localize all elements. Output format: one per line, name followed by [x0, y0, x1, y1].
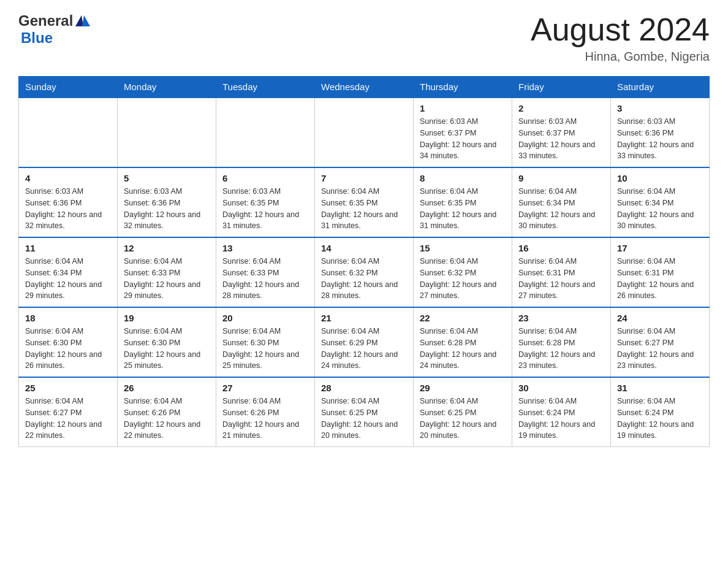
- calendar-cell: 28Sunrise: 6:04 AM Sunset: 6:25 PM Dayli…: [315, 377, 414, 447]
- weekday-header-thursday: Thursday: [414, 77, 512, 98]
- weekday-header-saturday: Saturday: [611, 77, 710, 98]
- day-info: Sunrise: 6:04 AM Sunset: 6:30 PM Dayligh…: [124, 326, 210, 372]
- calendar-cell: 1Sunrise: 6:03 AM Sunset: 6:37 PM Daylig…: [414, 98, 512, 167]
- calendar-table: SundayMondayTuesdayWednesdayThursdayFrid…: [18, 76, 710, 447]
- day-info: Sunrise: 6:03 AM Sunset: 6:36 PM Dayligh…: [617, 116, 703, 162]
- day-info: Sunrise: 6:04 AM Sunset: 6:34 PM Dayligh…: [25, 256, 111, 302]
- calendar-cell: 21Sunrise: 6:04 AM Sunset: 6:29 PM Dayli…: [315, 307, 414, 377]
- day-info: Sunrise: 6:04 AM Sunset: 6:32 PM Dayligh…: [420, 256, 506, 302]
- calendar-cell: 15Sunrise: 6:04 AM Sunset: 6:32 PM Dayli…: [414, 237, 512, 307]
- calendar-title: August 2024: [531, 12, 710, 47]
- day-number: 12: [124, 243, 210, 253]
- calendar-week-row: 25Sunrise: 6:04 AM Sunset: 6:27 PM Dayli…: [19, 377, 710, 447]
- day-number: 15: [420, 243, 506, 253]
- calendar-week-row: 11Sunrise: 6:04 AM Sunset: 6:34 PM Dayli…: [19, 237, 710, 307]
- calendar-week-row: 1Sunrise: 6:03 AM Sunset: 6:37 PM Daylig…: [19, 98, 710, 167]
- day-info: Sunrise: 6:03 AM Sunset: 6:36 PM Dayligh…: [124, 186, 210, 232]
- calendar-cell: 18Sunrise: 6:04 AM Sunset: 6:30 PM Dayli…: [19, 307, 118, 377]
- day-number: 22: [420, 313, 506, 323]
- calendar-cell: 14Sunrise: 6:04 AM Sunset: 6:32 PM Dayli…: [315, 237, 414, 307]
- day-info: Sunrise: 6:04 AM Sunset: 6:27 PM Dayligh…: [25, 396, 111, 442]
- calendar-cell: 30Sunrise: 6:04 AM Sunset: 6:24 PM Dayli…: [512, 377, 611, 447]
- day-info: Sunrise: 6:04 AM Sunset: 6:27 PM Dayligh…: [617, 326, 703, 372]
- weekday-header-monday: Monday: [118, 77, 216, 98]
- calendar-cell: [118, 98, 216, 167]
- day-info: Sunrise: 6:03 AM Sunset: 6:37 PM Dayligh…: [518, 116, 604, 162]
- calendar-cell: 12Sunrise: 6:04 AM Sunset: 6:33 PM Dayli…: [118, 237, 216, 307]
- day-info: Sunrise: 6:04 AM Sunset: 6:34 PM Dayligh…: [518, 186, 604, 232]
- calendar-cell: 22Sunrise: 6:04 AM Sunset: 6:28 PM Dayli…: [414, 307, 512, 377]
- day-info: Sunrise: 6:03 AM Sunset: 6:37 PM Dayligh…: [420, 116, 506, 162]
- day-number: 10: [617, 173, 703, 183]
- page-header: General Blue August 2024 Hinna, Gombe, N…: [18, 12, 710, 64]
- day-info: Sunrise: 6:04 AM Sunset: 6:34 PM Dayligh…: [617, 186, 703, 232]
- day-info: Sunrise: 6:04 AM Sunset: 6:29 PM Dayligh…: [321, 326, 407, 372]
- calendar-cell: 31Sunrise: 6:04 AM Sunset: 6:24 PM Dayli…: [611, 377, 710, 447]
- day-info: Sunrise: 6:04 AM Sunset: 6:30 PM Dayligh…: [222, 326, 308, 372]
- day-info: Sunrise: 6:03 AM Sunset: 6:35 PM Dayligh…: [222, 186, 308, 232]
- day-number: 26: [124, 383, 210, 393]
- calendar-week-row: 18Sunrise: 6:04 AM Sunset: 6:30 PM Dayli…: [19, 307, 710, 377]
- calendar-cell: [216, 98, 315, 167]
- logo-triangles: [75, 15, 90, 26]
- day-number: 28: [321, 383, 407, 393]
- calendar-cell: 5Sunrise: 6:03 AM Sunset: 6:36 PM Daylig…: [118, 167, 216, 237]
- day-number: 5: [124, 173, 210, 183]
- calendar-cell: [315, 98, 414, 167]
- calendar-cell: [19, 98, 118, 167]
- day-number: 3: [617, 103, 703, 113]
- day-number: 7: [321, 173, 407, 183]
- calendar-cell: 2Sunrise: 6:03 AM Sunset: 6:37 PM Daylig…: [512, 98, 611, 167]
- day-info: Sunrise: 6:04 AM Sunset: 6:25 PM Dayligh…: [420, 396, 506, 442]
- calendar-cell: 4Sunrise: 6:03 AM Sunset: 6:36 PM Daylig…: [19, 167, 118, 237]
- day-number: 18: [25, 313, 111, 323]
- day-info: Sunrise: 6:04 AM Sunset: 6:24 PM Dayligh…: [518, 396, 604, 442]
- weekday-header-wednesday: Wednesday: [315, 77, 414, 98]
- day-info: Sunrise: 6:04 AM Sunset: 6:26 PM Dayligh…: [222, 396, 308, 442]
- day-number: 6: [222, 173, 308, 183]
- day-number: 2: [518, 103, 604, 113]
- logo-blue-text: Blue: [21, 29, 53, 46]
- calendar-cell: 24Sunrise: 6:04 AM Sunset: 6:27 PM Dayli…: [611, 307, 710, 377]
- day-number: 4: [25, 173, 111, 183]
- day-info: Sunrise: 6:04 AM Sunset: 6:33 PM Dayligh…: [124, 256, 210, 302]
- calendar-cell: 16Sunrise: 6:04 AM Sunset: 6:31 PM Dayli…: [512, 237, 611, 307]
- day-info: Sunrise: 6:04 AM Sunset: 6:26 PM Dayligh…: [124, 396, 210, 442]
- day-number: 24: [617, 313, 703, 323]
- calendar-cell: 17Sunrise: 6:04 AM Sunset: 6:31 PM Dayli…: [611, 237, 710, 307]
- day-info: Sunrise: 6:04 AM Sunset: 6:28 PM Dayligh…: [518, 326, 604, 372]
- day-number: 14: [321, 243, 407, 253]
- calendar-cell: 27Sunrise: 6:04 AM Sunset: 6:26 PM Dayli…: [216, 377, 315, 447]
- day-number: 20: [222, 313, 308, 323]
- day-number: 31: [617, 383, 703, 393]
- day-number: 29: [420, 383, 506, 393]
- day-info: Sunrise: 6:04 AM Sunset: 6:25 PM Dayligh…: [321, 396, 407, 442]
- calendar-cell: 9Sunrise: 6:04 AM Sunset: 6:34 PM Daylig…: [512, 167, 611, 237]
- calendar-cell: 11Sunrise: 6:04 AM Sunset: 6:34 PM Dayli…: [19, 237, 118, 307]
- day-number: 27: [222, 383, 308, 393]
- calendar-cell: 6Sunrise: 6:03 AM Sunset: 6:35 PM Daylig…: [216, 167, 315, 237]
- day-info: Sunrise: 6:04 AM Sunset: 6:35 PM Dayligh…: [321, 186, 407, 232]
- day-info: Sunrise: 6:04 AM Sunset: 6:33 PM Dayligh…: [222, 256, 308, 302]
- calendar-cell: 29Sunrise: 6:04 AM Sunset: 6:25 PM Dayli…: [414, 377, 512, 447]
- day-number: 9: [518, 173, 604, 183]
- weekday-header-friday: Friday: [512, 77, 611, 98]
- calendar-cell: 25Sunrise: 6:04 AM Sunset: 6:27 PM Dayli…: [19, 377, 118, 447]
- calendar-cell: 26Sunrise: 6:04 AM Sunset: 6:26 PM Dayli…: [118, 377, 216, 447]
- day-number: 1: [420, 103, 506, 113]
- day-number: 13: [222, 243, 308, 253]
- calendar-cell: 10Sunrise: 6:04 AM Sunset: 6:34 PM Dayli…: [611, 167, 710, 237]
- calendar-cell: 7Sunrise: 6:04 AM Sunset: 6:35 PM Daylig…: [315, 167, 414, 237]
- day-number: 16: [518, 243, 604, 253]
- calendar-cell: 3Sunrise: 6:03 AM Sunset: 6:36 PM Daylig…: [611, 98, 710, 167]
- day-info: Sunrise: 6:04 AM Sunset: 6:24 PM Dayligh…: [617, 396, 703, 442]
- calendar-week-row: 4Sunrise: 6:03 AM Sunset: 6:36 PM Daylig…: [19, 167, 710, 237]
- day-number: 23: [518, 313, 604, 323]
- day-info: Sunrise: 6:04 AM Sunset: 6:28 PM Dayligh…: [420, 326, 506, 372]
- day-number: 17: [617, 243, 703, 253]
- calendar-cell: 20Sunrise: 6:04 AM Sunset: 6:30 PM Dayli…: [216, 307, 315, 377]
- location-subtitle: Hinna, Gombe, Nigeria: [531, 50, 710, 64]
- day-number: 19: [124, 313, 210, 323]
- calendar-cell: 13Sunrise: 6:04 AM Sunset: 6:33 PM Dayli…: [216, 237, 315, 307]
- day-number: 25: [25, 383, 111, 393]
